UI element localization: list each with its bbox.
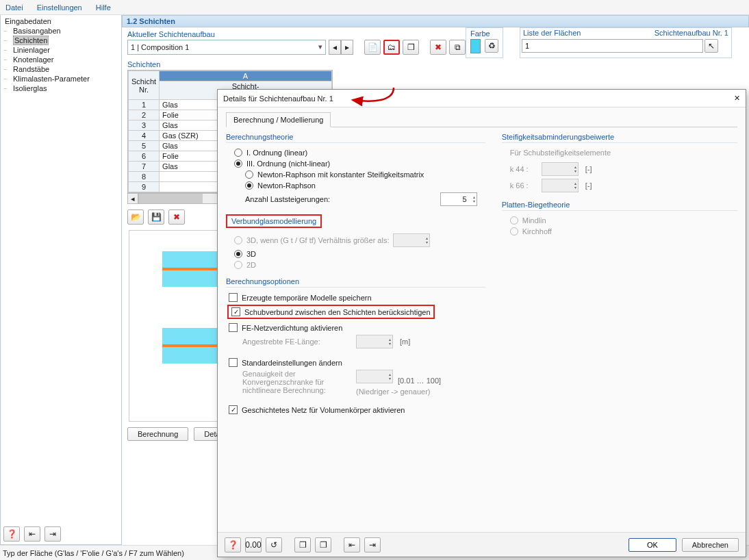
delete-icon[interactable]: ✖ <box>430 40 446 55</box>
radio-nr-const[interactable] <box>245 170 253 179</box>
steif-sub: Für Schubsteifigkeitselemente <box>502 147 737 161</box>
tree-item-basisangaben[interactable]: Basisangaben <box>13 27 61 35</box>
library-copy-icon[interactable]: ❐ <box>403 40 419 55</box>
konv-label2: Konvergenzschranke für <box>242 378 352 386</box>
aufbau-label: Aktueller Schichtenaufbau <box>127 30 215 38</box>
konv-hint: (Niedriger -> genauer) <box>356 387 441 396</box>
label-std-settings: Standardeinstellungen ändern <box>242 359 342 367</box>
label-nr: Newton-Raphson <box>257 181 316 190</box>
radio-kirchhoff <box>510 227 518 236</box>
row-num[interactable]: 4 <box>129 131 160 141</box>
tree-root[interactable]: Eingabedaten <box>3 16 121 26</box>
radio-ordnung3[interactable] <box>234 160 242 168</box>
row-num[interactable]: 6 <box>129 151 160 162</box>
dialog-title: Details für Schichtenaufbau Nr. 1 <box>223 94 333 103</box>
color-refresh-icon[interactable]: ♻ <box>485 39 498 53</box>
options-title: Berechnungsoptionen <box>226 277 485 288</box>
label-temp-models: Erzeugte temporäre Modelle speichern <box>242 294 372 302</box>
row-num[interactable]: 3 <box>129 120 160 131</box>
help-icon[interactable]: ❓ <box>3 526 20 542</box>
label-3d: 3D <box>246 250 256 258</box>
fe-len-input <box>356 335 393 348</box>
row-num[interactable]: 2 <box>129 110 160 120</box>
row-num[interactable]: 8 <box>129 172 160 182</box>
liste-label: Liste der Flächen <box>523 29 581 37</box>
footer-copy1-icon[interactable]: ❐ <box>294 537 311 552</box>
grid-open-icon[interactable]: 📂 <box>127 209 144 225</box>
fe-len-label: Angestrebte FE-Länge: <box>242 338 352 346</box>
tab-berechnung[interactable]: Berechnung / Modellierung <box>226 112 331 127</box>
footer-copy2-icon[interactable]: ❐ <box>315 537 331 552</box>
nav-prev-icon[interactable]: ⇤ <box>24 526 40 542</box>
row-num[interactable]: 5 <box>129 141 160 151</box>
verbund-title: Verbundglasmodellierung <box>226 214 322 228</box>
library-new-icon[interactable]: 📄 <box>364 40 381 55</box>
grid-save-icon[interactable]: 💾 <box>148 209 164 225</box>
laststeig-label: Anzahl Laststeigerungen: <box>245 195 330 203</box>
status-text: Typ der Fläche (G'las / 'F'olie / G'a's … <box>3 549 184 557</box>
tree-item-randstaebe[interactable]: Randstäbe <box>13 65 49 73</box>
label-nr-const: Newton-Raphson mit konstanter Steifigkei… <box>257 170 424 179</box>
combo-prev-icon[interactable]: ◂ <box>329 40 341 55</box>
library-open-icon[interactable]: 🗂 <box>383 40 400 55</box>
radio-2d <box>234 261 242 269</box>
tree-item-knotenlager[interactable]: Knotenlager <box>13 55 53 64</box>
ok-button[interactable]: OK <box>629 538 676 552</box>
col-letter: A <box>160 71 332 81</box>
menu-einstellungen[interactable]: Einstellungen <box>37 3 82 12</box>
pick-surface-icon[interactable]: ↖ <box>704 39 718 53</box>
label-schubverbund: Schubverbund zwischen den Schichten berü… <box>244 308 431 316</box>
cancel-button[interactable]: Abbrechen <box>682 538 739 552</box>
chk-schubverbund[interactable] <box>231 307 240 316</box>
konv-label3: nichtlineare Berechnung: <box>242 386 352 394</box>
tree-item-linienlager[interactable]: Linienlager <box>13 46 50 54</box>
laststeig-input[interactable]: 5 <box>440 192 477 206</box>
row-num[interactable]: 9 <box>129 182 160 192</box>
grid-delete-icon[interactable]: ✖ <box>168 209 185 225</box>
label-geschichtet: Geschichtetes Netz für Volumenkörper akt… <box>242 406 405 414</box>
k44-label: k 44 : <box>510 165 537 173</box>
chk-std-settings[interactable] <box>229 358 238 367</box>
aufbau-combo[interactable]: 1 | Composition 1 <box>127 40 326 55</box>
row-num[interactable]: 1 <box>129 100 160 110</box>
berechnung-button[interactable]: Berechnung <box>127 427 188 441</box>
group-options: Berechnungsoptionen Erzeugte temporäre M… <box>226 277 485 416</box>
liste-right-label: Schichtenaufbau Nr. 1 <box>655 29 728 37</box>
col-nr: Schicht Nr. <box>129 71 160 100</box>
footer-reset-icon[interactable]: ↺ <box>266 537 282 552</box>
group-steifigkeit: Steifigkeitsabminderungsbeiwerte Für Sch… <box>502 133 737 194</box>
label-fe-netz: FE-Netzverdichtung aktivieren <box>242 324 342 332</box>
flaechen-input[interactable] <box>522 39 703 53</box>
tree-item-klimalasten[interactable]: Klimalasten-Parameter <box>13 75 90 83</box>
footer-units-icon[interactable]: 0.00 <box>245 537 262 552</box>
footer-help-icon[interactable]: ❓ <box>225 537 241 552</box>
color-swatch[interactable] <box>470 39 481 53</box>
chk-fe-netz[interactable] <box>229 323 238 332</box>
menubar: Datei Einstellungen Hilfe <box>0 0 749 15</box>
chk-temp-models[interactable] <box>229 293 238 302</box>
k66-label: k 66 : <box>510 181 537 190</box>
sort-icon[interactable]: ⧉ <box>449 40 466 55</box>
nav-next-icon[interactable]: ⇥ <box>45 526 61 542</box>
label-mindlin: Mindlin <box>522 216 546 225</box>
menu-hilfe[interactable]: Hilfe <box>96 3 111 12</box>
label-ordnung3: III. Ordnung (nicht-linear) <box>246 160 330 168</box>
k66-unit: [-] <box>585 181 592 190</box>
ratio-input <box>393 233 430 247</box>
menu-datei[interactable]: Datei <box>5 3 23 12</box>
group-biegetheorie: Platten-Biegetheorie Mindlin Kirchhoff <box>502 201 737 237</box>
row-num[interactable]: 7 <box>129 162 160 172</box>
footer-next-icon[interactable]: ⇥ <box>364 537 381 552</box>
radio-nr[interactable] <box>245 181 253 190</box>
dialog-close-icon[interactable]: ✕ <box>734 94 740 103</box>
tree-item-schichten[interactable]: Schichten <box>13 36 49 45</box>
tree-item-isolierglas[interactable]: Isolierglas <box>13 84 47 92</box>
radio-3d[interactable] <box>234 250 242 258</box>
k44-unit: [-] <box>585 165 592 173</box>
radio-ordnung1[interactable] <box>234 149 242 157</box>
combo-next-icon[interactable]: ▸ <box>341 40 353 55</box>
farbe-label: Farbe <box>470 29 498 38</box>
k66-input <box>542 179 579 192</box>
chk-geschichtet[interactable] <box>229 405 238 414</box>
footer-prev-icon[interactable]: ⇤ <box>344 537 360 552</box>
